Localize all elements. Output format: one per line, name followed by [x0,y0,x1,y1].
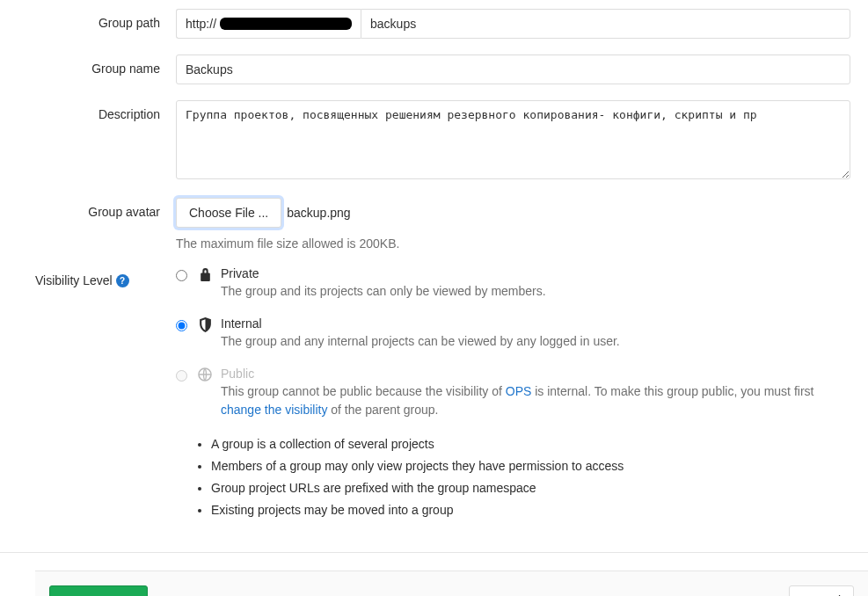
description-textarea[interactable]: Группа проектов, посвященных решениям ре… [176,100,850,179]
label-visibility: Visibility Level ? [35,266,176,287]
visibility-option-public: Public This group cannot be public becau… [176,367,850,419]
list-item: Members of a group may only view project… [211,457,850,476]
row-group-path: Group path http:// [35,9,850,39]
avatar-filename: backup.png [287,206,350,220]
list-item: Group project URLs are prefixed with the… [211,479,850,498]
label-group-avatar: Group avatar [35,198,176,219]
visibility-option-internal: Internal The group and any internal proj… [176,316,850,351]
row-visibility: Visibility Level ? Private The group and… [35,266,850,523]
group-name-input[interactable] [176,55,850,84]
form-fields: Group path http:// Group name Descriptio… [0,9,868,553]
list-item: Existing projects may be moved into a gr… [211,501,850,520]
lock-icon [196,266,214,282]
private-desc: The group and its projects can only be v… [221,282,546,301]
visibility-options: Private The group and its projects can o… [176,266,850,523]
choose-file-button[interactable]: Choose File ... [176,198,281,228]
internal-title: Internal [221,316,620,331]
row-group-name: Group name [35,55,850,84]
radio-public [176,370,187,382]
group-info-list: A group is a collection of several proje… [176,435,850,520]
row-group-avatar: Group avatar Choose File ...backup.png T… [35,198,850,251]
url-prefix-addon: http:// [176,9,361,39]
visibility-option-private: Private The group and its projects can o… [176,266,850,301]
create-group-button[interactable]: Create group [49,585,148,596]
link-ops[interactable]: OPS [506,384,532,398]
visibility-label-text: Visibility Level [35,273,113,287]
link-change-visibility[interactable]: change the visibility [221,403,327,417]
radio-internal[interactable] [176,320,187,331]
group-settings-form: Group path http:// Group name Descriptio… [0,0,868,596]
label-group-path: Group path [35,9,176,30]
label-description: Description [35,100,176,121]
avatar-hint: The maximum file size allowed is 200KB. [176,236,850,251]
group-path-input-group: http:// [176,9,850,39]
help-icon[interactable]: ? [116,274,129,287]
redacted-host [220,18,352,30]
internal-desc: The group and any internal projects can … [221,332,620,351]
list-item: A group is a collection of several proje… [211,435,850,454]
url-prefix-text: http:// [186,17,216,31]
cancel-button[interactable]: Cancel [789,585,854,596]
row-description: Description Группа проектов, посвященных… [35,100,850,182]
radio-private[interactable] [176,270,187,281]
public-desc: This group cannot be public because the … [221,382,850,419]
private-title: Private [221,266,546,280]
group-path-input[interactable] [361,9,850,39]
shield-icon [196,316,214,332]
public-title: Public [221,367,850,381]
globe-icon [196,367,214,382]
label-group-name: Group name [35,55,176,76]
form-footer: Create group Cancel [35,571,868,596]
